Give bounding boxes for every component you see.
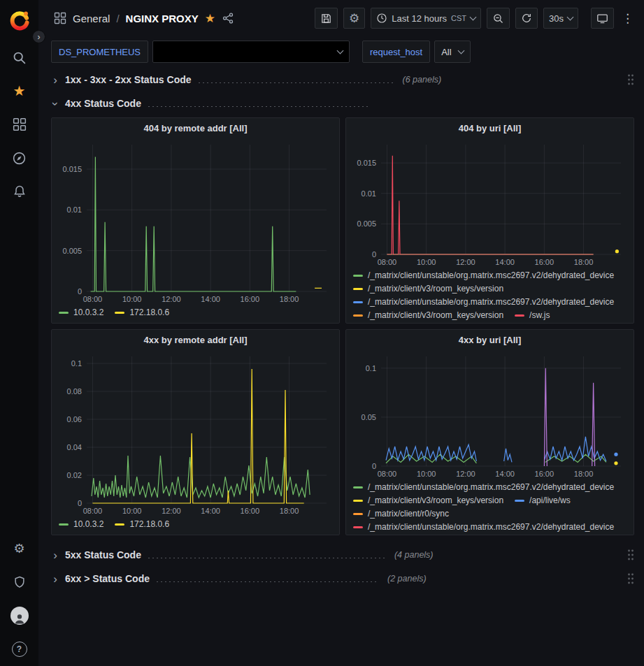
series-color-marker bbox=[115, 312, 124, 314]
svg-text:12:00: 12:00 bbox=[456, 470, 475, 478]
chevron-right-icon: › bbox=[38, 33, 41, 41]
svg-text:10:00: 10:00 bbox=[122, 507, 142, 515]
time-range-picker[interactable]: Last 12 hours CST bbox=[371, 8, 481, 29]
legend-item[interactable]: /_matrix/client/unstable/org.matrix.msc2… bbox=[353, 270, 614, 282]
panel-title[interactable]: 4xx by remote addr [All] bbox=[52, 330, 339, 349]
row-drag-handle[interactable] bbox=[627, 74, 634, 85]
save-dashboard-button[interactable] bbox=[315, 8, 338, 29]
zoom-out-icon bbox=[492, 13, 504, 24]
row-panel-count: (4 panels) bbox=[394, 550, 434, 560]
time-series-chart[interactable]: 08:0010:0012:0014:0016:0018:0000.0050.01… bbox=[350, 138, 629, 268]
explore-compass-icon[interactable] bbox=[0, 141, 38, 175]
search-icon[interactable] bbox=[0, 41, 38, 74]
row-5xx-status-code[interactable]: › 5xx Status Code (4 panels) bbox=[51, 545, 634, 565]
svg-text:0.01: 0.01 bbox=[67, 205, 82, 214]
svg-text:12:00: 12:00 bbox=[456, 258, 475, 266]
series-color-marker bbox=[59, 523, 69, 526]
legend-item[interactable]: /_matrix/client/unstable/org.matrix.msc2… bbox=[353, 521, 614, 533]
refresh-interval-picker[interactable]: 30s bbox=[543, 8, 578, 29]
series-color-marker bbox=[353, 288, 363, 290]
help-icon[interactable]: ? bbox=[0, 632, 38, 666]
time-series-chart[interactable]: 08:0010:0012:0014:0016:0018:0000.050.1 bbox=[350, 349, 629, 480]
legend-label: /_matrix/client/v3/room_keys/version bbox=[368, 495, 503, 507]
grafana-logo[interactable] bbox=[7, 7, 32, 32]
series-color-marker bbox=[353, 275, 363, 277]
series-color-marker bbox=[353, 513, 363, 515]
legend-item[interactable]: /_matrix/client/r0/sync bbox=[353, 508, 449, 520]
dotted-leader bbox=[155, 581, 379, 583]
more-options-icon[interactable]: ⋮ bbox=[620, 11, 636, 26]
chart-legend: /_matrix/client/unstable/org.matrix.msc2… bbox=[346, 268, 634, 323]
svg-text:14:00: 14:00 bbox=[495, 470, 515, 478]
svg-text:10:00: 10:00 bbox=[122, 295, 142, 303]
chevron-right-icon: › bbox=[51, 549, 59, 561]
row-title: 5xx Status Code bbox=[65, 549, 141, 560]
sidebar-expand-button[interactable]: › bbox=[32, 30, 45, 43]
admin-shield-icon[interactable] bbox=[0, 565, 38, 599]
share-icon[interactable] bbox=[222, 12, 234, 24]
svg-text:12:00: 12:00 bbox=[162, 507, 181, 515]
legend-item[interactable]: /_matrix/client/unstable/org.matrix.msc2… bbox=[353, 296, 614, 308]
row-drag-handle[interactable] bbox=[627, 549, 634, 560]
legend-item[interactable]: /_matrix/client/v3/room_keys/version bbox=[353, 310, 503, 321]
row-drag-handle[interactable] bbox=[627, 573, 634, 584]
svg-text:08:00: 08:00 bbox=[83, 507, 103, 515]
row-1xx-3xx-2xx-status-code[interactable]: › 1xx - 3xx - 2xx Status Code (6 panels) bbox=[51, 70, 634, 89]
avatar[interactable] bbox=[0, 599, 38, 632]
panel-title[interactable]: 404 by remote addr [All] bbox=[52, 118, 339, 138]
time-series-chart[interactable]: 08:0010:0012:0014:0016:0018:0000.0050.01… bbox=[56, 138, 335, 305]
legend-item[interactable]: 172.18.0.6 bbox=[115, 519, 169, 530]
legend-label: /_matrix/client/unstable/org.matrix.msc2… bbox=[368, 296, 614, 308]
dashboard-grid-icon bbox=[54, 12, 66, 24]
legend-item[interactable]: /_matrix/client/v3/room_keys/version bbox=[353, 495, 503, 507]
chevron-down-icon bbox=[470, 14, 477, 21]
chevron-right-icon: › bbox=[51, 74, 59, 86]
timezone-badge: CST bbox=[451, 14, 466, 22]
legend-item[interactable]: /api/live/ws bbox=[515, 495, 571, 507]
zoom-out-button[interactable] bbox=[487, 8, 510, 29]
series-color-marker bbox=[353, 486, 363, 488]
request-host-selected: All bbox=[441, 47, 451, 57]
legend-item[interactable]: /_matrix/client/unstable/org.matrix.msc2… bbox=[353, 482, 614, 493]
dashboard-body: › 1xx - 3xx - 2xx Status Code (6 panels)… bbox=[38, 70, 644, 588]
svg-text:0.08: 0.08 bbox=[67, 387, 82, 396]
legend-item[interactable]: /_matrix/client/v3/room_keys/version bbox=[353, 283, 503, 295]
legend-item[interactable]: 10.0.3.2 bbox=[59, 519, 103, 530]
datasource-variable-label[interactable]: DS_PROMETHEUS bbox=[51, 41, 148, 63]
legend-item[interactable]: 10.0.3.2 bbox=[59, 307, 103, 319]
row-4xx-status-code[interactable]: › 4xx Status Code bbox=[51, 94, 634, 113]
svg-text:0.015: 0.015 bbox=[62, 165, 82, 173]
panel-4xx-by-uri: 4xx by uri [All] 08:0010:0012:0014:0016:… bbox=[345, 329, 634, 535]
dashboards-icon[interactable] bbox=[0, 108, 38, 141]
datasource-variable-value[interactable] bbox=[152, 41, 350, 63]
panel-404-by-uri: 404 by uri [All] 08:0010:0012:0014:0016:… bbox=[345, 117, 634, 324]
svg-text:10:00: 10:00 bbox=[417, 258, 436, 266]
request-host-variable-value[interactable]: All bbox=[434, 41, 470, 63]
panel-title[interactable]: 404 by uri [All] bbox=[346, 118, 634, 138]
chevron-down-icon: › bbox=[50, 99, 62, 108]
settings-gear-icon[interactable]: ⚙ bbox=[0, 532, 38, 565]
tv-mode-button[interactable] bbox=[591, 8, 614, 29]
row-6xx-status-code[interactable]: › 6xx > Status Code (2 panels) bbox=[51, 569, 634, 588]
starred-dashboards-icon[interactable]: ★ bbox=[0, 74, 38, 108]
legend-item[interactable]: 172.18.0.6 bbox=[115, 307, 169, 319]
time-series-chart[interactable]: 08:0010:0012:0014:0016:0018:0000.020.040… bbox=[56, 349, 335, 517]
legend-item[interactable]: /sw.js bbox=[515, 310, 550, 321]
dashboard-settings-button[interactable]: ⚙ bbox=[343, 8, 365, 29]
row-title: 4xx Status Code bbox=[65, 98, 141, 109]
panel-title[interactable]: 4xx by uri [All] bbox=[346, 330, 634, 349]
chevron-down-icon bbox=[457, 48, 464, 55]
alerting-bell-icon[interactable] bbox=[0, 175, 38, 208]
favorite-star-icon[interactable]: ★ bbox=[205, 13, 215, 24]
legend-label: /_matrix/client/v3/room_keys/version bbox=[368, 283, 503, 295]
navbar-actions: ⚙ Last 12 hours CST 30s ⋮ bbox=[315, 8, 636, 29]
series-color-marker bbox=[115, 523, 124, 526]
svg-text:0.05: 0.05 bbox=[362, 413, 376, 421]
request-host-variable-label[interactable]: request_host bbox=[362, 41, 430, 63]
panel-4xx-by-remote-addr: 4xx by remote addr [All] 08:0010:0012:00… bbox=[51, 329, 340, 535]
page-title[interactable]: NGINX PROXY bbox=[126, 13, 199, 24]
breadcrumb-section[interactable]: General bbox=[73, 13, 110, 24]
series-color-marker bbox=[353, 301, 363, 303]
refresh-button[interactable] bbox=[515, 8, 538, 29]
svg-text:14:00: 14:00 bbox=[201, 295, 220, 303]
